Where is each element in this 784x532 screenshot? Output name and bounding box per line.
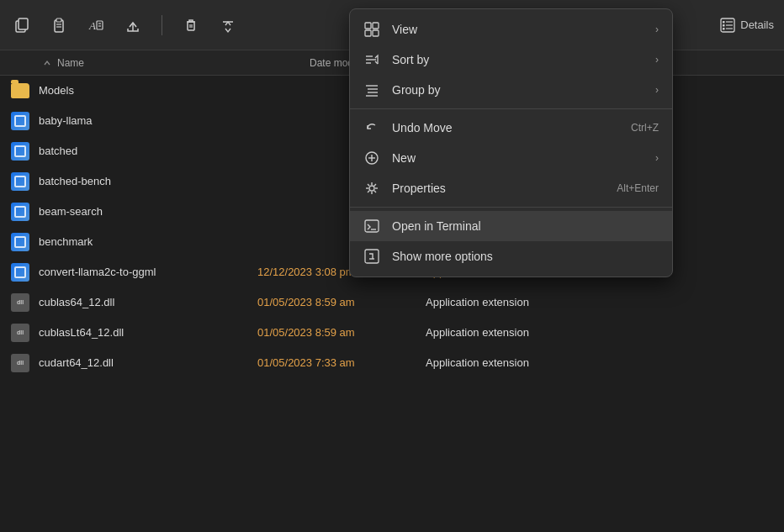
dll-icon: dll xyxy=(10,292,30,313)
menu-item-show-more[interactable]: Show more options xyxy=(350,241,672,271)
svg-rect-19 xyxy=(723,21,725,24)
svg-rect-25 xyxy=(373,30,379,36)
file-name: convert-llama2c-to-ggml xyxy=(39,266,257,278)
svg-rect-23 xyxy=(373,23,379,29)
properties-label: Properties xyxy=(392,182,605,195)
svg-line-42 xyxy=(374,191,376,192)
svg-rect-3 xyxy=(56,18,61,22)
svg-rect-45 xyxy=(365,220,379,232)
undo-move-label: Undo Move xyxy=(392,121,619,134)
app-icon xyxy=(10,141,30,161)
sort-icon[interactable] xyxy=(216,13,240,37)
svg-rect-24 xyxy=(365,30,371,36)
undo-move-shortcut: Ctrl+Z xyxy=(631,122,659,134)
svg-rect-20 xyxy=(723,24,725,27)
menu-separator-2 xyxy=(350,207,672,208)
details-label[interactable]: Details xyxy=(740,18,774,31)
menu-item-open-terminal[interactable]: Open in Terminal xyxy=(350,211,672,241)
list-item[interactable]: dll cublas64_12.dll 01/05/2023 8:59 am A… xyxy=(0,287,784,318)
menu-item-view[interactable]: View › xyxy=(350,14,672,45)
group-by-label: Group by xyxy=(392,83,637,97)
svg-line-44 xyxy=(368,191,369,192)
list-item[interactable]: dll cublasLt64_12.dll 01/05/2023 8:59 am… xyxy=(0,318,784,348)
svg-line-43 xyxy=(374,184,376,186)
group-by-arrow: › xyxy=(655,84,659,96)
show-more-label: Show more options xyxy=(392,250,659,263)
properties-shortcut: Alt+Enter xyxy=(617,182,659,194)
copy-icon[interactable] xyxy=(10,13,34,37)
svg-rect-7 xyxy=(97,21,103,29)
menu-item-new[interactable]: New › xyxy=(350,143,672,173)
new-icon xyxy=(363,150,380,166)
file-name: batched xyxy=(39,145,257,157)
rename-icon[interactable]: A xyxy=(84,13,108,37)
view-icon xyxy=(363,21,380,38)
file-type: Application extension xyxy=(426,356,529,369)
delete-icon[interactable] xyxy=(179,13,203,37)
more-options-icon xyxy=(363,248,380,265)
svg-text:A: A xyxy=(88,19,96,32)
app-icon xyxy=(10,171,30,192)
app-icon xyxy=(10,262,30,282)
menu-item-group-by[interactable]: Group by › xyxy=(350,75,672,105)
file-name: benchmark xyxy=(39,235,257,248)
sort-up-icon xyxy=(42,58,52,68)
group-by-icon xyxy=(363,82,380,98)
view-arrow: › xyxy=(655,24,659,35)
app-icon xyxy=(10,202,30,222)
file-name: cublasLt64_12.dll xyxy=(39,326,257,339)
toolbar-divider xyxy=(162,15,162,35)
file-date: 01/05/2023 7:33 am xyxy=(257,356,426,369)
list-item[interactable]: dll cudart64_12.dll 01/05/2023 7:33 am A… xyxy=(0,348,784,378)
context-menu: View › Sort by › xyxy=(349,8,673,277)
details-section: Details xyxy=(720,18,774,33)
paste-icon[interactable] xyxy=(47,13,71,37)
sort-by-arrow: › xyxy=(655,54,659,66)
svg-rect-21 xyxy=(723,28,725,30)
col-name-header: Name xyxy=(57,57,310,69)
svg-rect-1 xyxy=(19,18,28,29)
svg-rect-22 xyxy=(365,23,371,29)
file-name: batched-bench xyxy=(39,175,257,187)
svg-point-36 xyxy=(369,186,374,191)
details-icon xyxy=(720,18,735,33)
menu-separator-1 xyxy=(350,108,672,109)
properties-icon xyxy=(363,180,380,197)
file-type: Application extension xyxy=(426,296,529,308)
menu-item-properties[interactable]: Properties Alt+Enter xyxy=(350,173,672,203)
new-label: New xyxy=(392,151,637,165)
menu-item-sort-by[interactable]: Sort by › xyxy=(350,45,672,75)
svg-line-41 xyxy=(368,184,369,186)
file-name: cublas64_12.dll xyxy=(39,296,257,308)
open-terminal-label: Open in Terminal xyxy=(392,219,659,233)
file-name: Models xyxy=(39,84,257,97)
terminal-icon xyxy=(363,218,380,234)
file-type: Application extension xyxy=(426,326,529,339)
new-arrow: › xyxy=(655,152,659,164)
undo-icon xyxy=(363,119,380,136)
folder-icon xyxy=(10,81,30,101)
app-icon xyxy=(10,232,30,252)
sort-by-icon xyxy=(363,51,380,68)
app-icon xyxy=(10,111,30,131)
share-icon[interactable] xyxy=(121,13,145,37)
sort-by-label: Sort by xyxy=(392,53,637,66)
svg-rect-11 xyxy=(188,22,194,30)
dll-icon: dll xyxy=(10,353,30,373)
file-name: cudart64_12.dll xyxy=(39,356,257,369)
menu-item-undo-move[interactable]: Undo Move Ctrl+Z xyxy=(350,113,672,143)
view-label: View xyxy=(392,23,637,36)
file-date: 01/05/2023 8:59 am xyxy=(257,296,426,308)
dll-icon: dll xyxy=(10,323,30,343)
file-name: beam-search xyxy=(39,205,257,218)
file-name: baby-llama xyxy=(39,114,257,127)
file-date: 01/05/2023 8:59 am xyxy=(257,326,426,339)
